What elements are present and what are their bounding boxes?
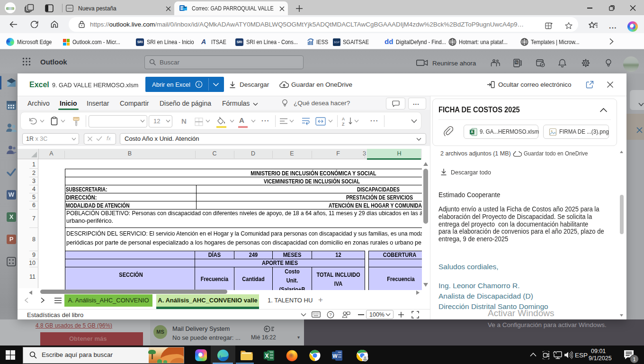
svg-text:A: A (342, 117, 345, 121)
svg-text:?: ? (329, 312, 331, 317)
svg-text:Z: Z (342, 122, 345, 126)
svg-text:X: X (265, 353, 268, 359)
svg-text:W: W (332, 353, 338, 359)
svg-text:X: X (471, 129, 474, 134)
svg-text:N: N (515, 60, 518, 64)
